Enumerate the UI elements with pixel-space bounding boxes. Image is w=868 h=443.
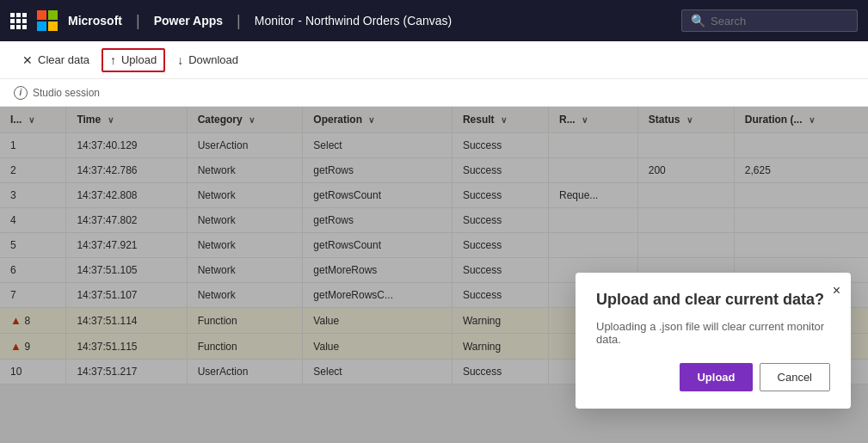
upload-confirm-modal: × Upload and clear current data? Uploadi… [576,273,851,409]
modal-overlay: × Upload and clear current data? Uploadi… [0,107,868,443]
upload-label: Upload [121,53,157,66]
modal-title: Upload and clear current data? [596,290,830,310]
search-input[interactable] [711,15,848,28]
ms-logo [37,10,58,31]
topbar-divider2: | [237,12,241,30]
session-label: Studio session [33,87,100,99]
topbar: Microsoft | Power Apps | Monitor - North… [0,0,868,41]
topbar-divider: | [136,12,140,30]
download-button[interactable]: ↓ Download [169,48,247,72]
modal-close-button[interactable]: × [833,283,840,298]
modal-cancel-button[interactable]: Cancel [760,363,830,391]
window-title: Monitor - Northwind Orders (Canvas) [255,14,452,28]
search-icon: 🔍 [691,14,705,28]
search-box[interactable]: 🔍 [681,9,858,32]
info-icon: i [14,86,28,100]
download-icon: ↓ [177,53,183,67]
app-name-label: Power Apps [154,14,223,28]
download-label: Download [188,53,238,66]
clear-data-label: Clear data [38,53,89,66]
modal-upload-button[interactable]: Upload [680,363,752,391]
upload-icon: ↑ [110,53,116,67]
brand-label: Microsoft [68,14,122,28]
modal-body: Uploading a .json file will clear curren… [596,320,830,346]
upload-button[interactable]: ↑ Upload [102,48,165,72]
content-area: I... ∨ Time ∨ Category ∨ Operation ∨ Res… [0,107,868,443]
waffle-icon[interactable] [10,13,27,29]
clear-data-button[interactable]: ✕ Clear data [14,48,98,72]
close-icon: ✕ [22,53,33,67]
subbar: i Studio session [0,79,868,107]
modal-actions: Upload Cancel [596,363,830,391]
toolbar: ✕ Clear data ↑ Upload ↓ Download [0,41,868,79]
